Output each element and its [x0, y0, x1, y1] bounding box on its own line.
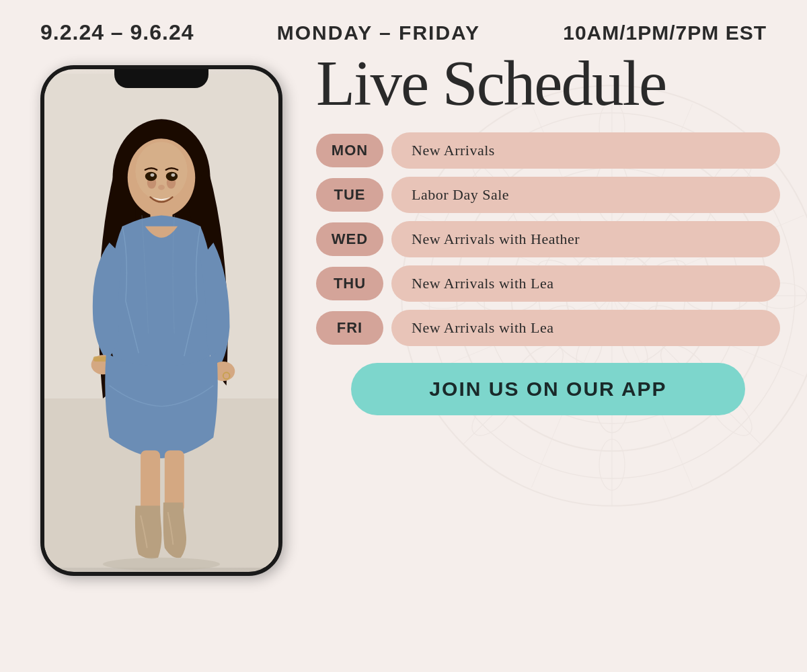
- event-pill-wed: New Arrivals with Heather: [391, 221, 780, 257]
- schedule-row-tue: TUE Labor Day Sale: [316, 177, 780, 213]
- phone-button-left2: [40, 194, 41, 241]
- event-pill-tue: Labor Day Sale: [391, 177, 780, 213]
- svg-point-52: [158, 185, 165, 190]
- svg-point-49: [166, 172, 178, 181]
- schedule-row-fri: FRI New Arrivals with Lea: [316, 310, 780, 346]
- schedule-row-wed: WED New Arrivals with Heather: [316, 221, 780, 257]
- date-range: 9.2.24 – 9.6.24: [40, 20, 194, 45]
- day-pill-mon: MON: [316, 134, 383, 167]
- phone-notch: [114, 69, 208, 88]
- svg-point-48: [145, 172, 157, 181]
- header: 9.2.24 – 9.6.24 Monday – Friday 10AM/1PM…: [0, 0, 807, 52]
- phone-screen: [44, 69, 278, 572]
- day-pill-wed: WED: [316, 222, 383, 256]
- event-pill-thu: New Arrivals with Lea: [391, 265, 780, 302]
- times-label: 10AM/1PM/7PM EST: [563, 22, 767, 44]
- schedule-container: Live Schedule MON New Arrivals TUE Labor…: [316, 58, 780, 576]
- join-app-button[interactable]: Join Us On Our App: [351, 363, 746, 415]
- day-pill-thu: THU: [316, 267, 383, 300]
- phone-button-left1: [40, 150, 41, 183]
- svg-point-59: [103, 558, 220, 571]
- phone-container: [27, 58, 296, 576]
- schedule-row-mon: MON New Arrivals: [316, 132, 780, 169]
- days-label: Monday – Friday: [277, 22, 480, 44]
- svg-point-51: [171, 173, 176, 177]
- svg-point-50: [151, 173, 155, 177]
- main-content: Live Schedule MON New Arrivals TUE Labor…: [0, 52, 807, 589]
- day-pill-fri: FRI: [316, 311, 383, 345]
- phone-button-right: [282, 170, 282, 224]
- schedule-rows: MON New Arrivals TUE Labor Day Sale WED …: [316, 132, 780, 346]
- event-pill-fri: New Arrivals with Lea: [391, 310, 780, 346]
- svg-point-44: [135, 142, 187, 200]
- phone-mockup: [40, 65, 282, 576]
- schedule-row-thu: THU New Arrivals with Lea: [316, 265, 780, 302]
- day-pill-tue: TUE: [316, 178, 383, 212]
- event-pill-mon: New Arrivals: [391, 132, 780, 169]
- page-title: Live Schedule: [316, 52, 780, 116]
